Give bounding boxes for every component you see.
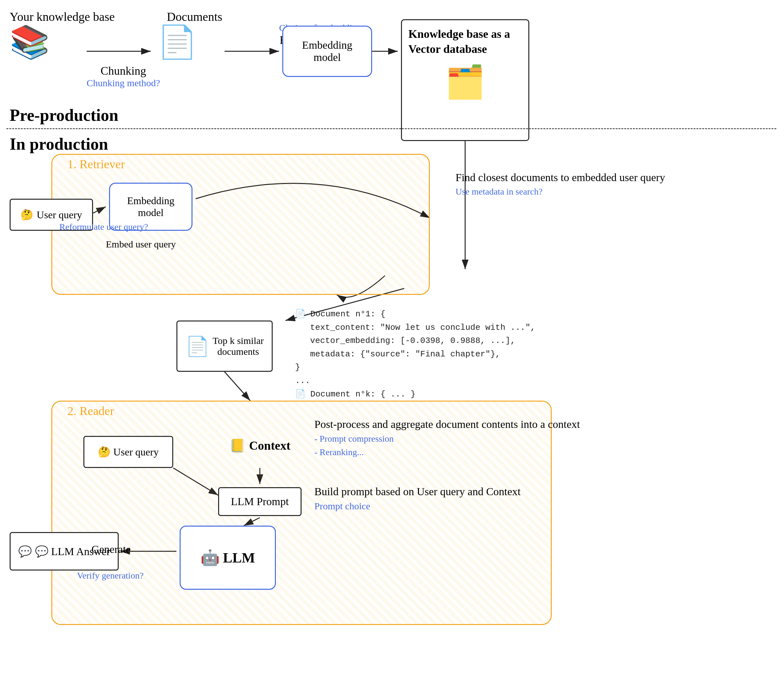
books-icon: 📚 xyxy=(9,26,50,58)
retriever-label: 1. Retriever xyxy=(67,157,125,171)
kb-label: Your knowledge base xyxy=(9,9,115,24)
llm-robot-emoji: 🤖 xyxy=(201,549,220,567)
doc-code-line5: } xyxy=(295,361,535,374)
document-icon: 📄 xyxy=(157,26,197,58)
prompt-compression-label: - Prompt compression xyxy=(314,432,580,445)
top-k-label: Top k similardocuments xyxy=(213,335,264,357)
build-prompt-main: Build prompt based on User query and Con… xyxy=(314,484,521,500)
prompt-choice-label: Prompt choice xyxy=(314,500,521,513)
documents-stack-icon: 📄 xyxy=(185,335,210,358)
divider-line xyxy=(6,128,776,129)
reader-label: 2. Reader xyxy=(67,404,114,418)
doc-code-ellipsis: ... xyxy=(295,374,535,388)
find-closest-main: Find closest documents to embedded user … xyxy=(456,170,665,185)
user-query-text: User query xyxy=(37,209,82,221)
kb-vector-title: Knowledge base as a Vector database xyxy=(408,26,522,57)
context-emoji: 📒 xyxy=(229,438,246,453)
top-k-box: 📄 Top k similardocuments xyxy=(176,321,273,372)
context-label: Context xyxy=(249,438,291,453)
embed-user-query-label: Embed user query xyxy=(106,239,176,250)
doc-code-line2: text_content: "Now let us conclude with … xyxy=(295,321,535,335)
build-prompt-label: Build prompt based on User query and Con… xyxy=(314,484,521,513)
reformulate-label: Reformulate user query? xyxy=(59,221,148,233)
doc-code-block: 📄 Document n°1: { text_content: "Now let… xyxy=(295,308,535,401)
doc-code-line1: 📄 Document n°1: { xyxy=(295,308,535,321)
llm-text: LLM xyxy=(223,550,255,566)
user-query-reader-emoji: 🤔 xyxy=(98,446,110,458)
doc-code-line4: metadata: {"source": "Final chapter"}, xyxy=(295,348,535,361)
llm-big-box: 🤖 LLM xyxy=(180,526,276,590)
post-process-main: Post-process and aggregate document cont… xyxy=(314,417,580,432)
user-query-reader-box: 🤔 User query xyxy=(83,436,173,468)
embedding-model-retriever-label: Embeddingmodel xyxy=(127,195,174,219)
llm-prompt-box: LLM Prompt xyxy=(218,487,302,516)
post-process-label: Post-process and aggregate document cont… xyxy=(314,417,580,459)
verify-generation-label: Verify generation? xyxy=(77,571,144,581)
embedding-model-top-label: Embeddingmodel xyxy=(302,39,353,64)
chunking-label: Chunking Chunking method? xyxy=(87,64,160,88)
chunking-sub-text: Chunking method? xyxy=(87,78,160,88)
embedding-model-top: Embeddingmodel xyxy=(282,26,372,77)
pre-production-label: Pre-production xyxy=(9,106,118,125)
diagram: Your knowledge base Documents 📚 📄 Chunki… xyxy=(0,0,784,675)
chunking-main-text: Chunking xyxy=(87,64,160,78)
use-metadata-label: Use metadata in search? xyxy=(456,185,665,198)
context-box: 📒 Context xyxy=(218,423,302,468)
reranking-label: - Reranking... xyxy=(314,445,580,459)
find-closest-label: Find closest documents to embedded user … xyxy=(456,170,665,198)
user-query-emoji: 🤔 xyxy=(20,209,33,221)
llm-prompt-label: LLM Prompt xyxy=(231,495,289,508)
kb-vector-box: Knowledge base as a Vector database 🗂️ xyxy=(401,19,529,141)
llm-answer-emoji: 💬 xyxy=(18,545,32,558)
in-production-label: In production xyxy=(9,135,108,154)
doc-code-last: 📄 Document n°k: { ... } xyxy=(295,388,535,401)
generate-label: Generate xyxy=(92,543,131,556)
docs-label: Documents xyxy=(167,9,222,24)
doc-code-line3: vector_embedding: [-0.0398, 0.9888, ...]… xyxy=(295,334,535,348)
svg-line-8 xyxy=(224,372,250,400)
user-query-reader-text: User query xyxy=(113,446,159,458)
